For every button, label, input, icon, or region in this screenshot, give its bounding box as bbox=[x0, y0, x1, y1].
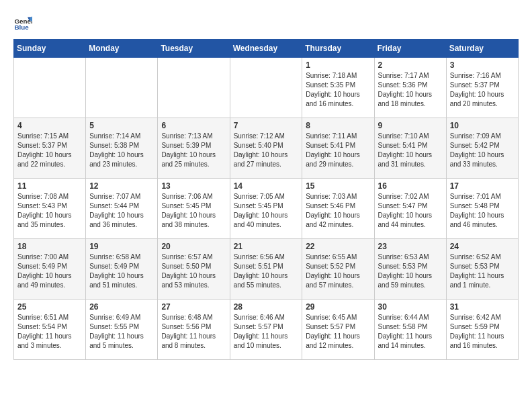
calendar-cell: 2Sunrise: 7:17 AM Sunset: 5:36 PM Daylig… bbox=[374, 58, 446, 118]
day-info: Sunrise: 6:52 AM Sunset: 5:53 PM Dayligh… bbox=[450, 253, 515, 290]
calendar-cell: 5Sunrise: 7:14 AM Sunset: 5:38 PM Daylig… bbox=[86, 118, 158, 179]
day-number: 9 bbox=[378, 121, 443, 130]
calendar-cell: 15Sunrise: 7:03 AM Sunset: 5:46 PM Dayli… bbox=[302, 179, 374, 239]
column-header-wednesday: Wednesday bbox=[230, 40, 302, 58]
day-number: 4 bbox=[17, 121, 82, 130]
day-number: 25 bbox=[17, 302, 82, 312]
day-info: Sunrise: 6:44 AM Sunset: 5:58 PM Dayligh… bbox=[378, 313, 443, 351]
day-info: Sunrise: 6:42 AM Sunset: 5:59 PM Dayligh… bbox=[450, 313, 515, 351]
calendar-cell bbox=[86, 58, 158, 118]
calendar-cell: 17Sunrise: 7:01 AM Sunset: 5:48 PM Dayli… bbox=[446, 179, 518, 239]
calendar-cell bbox=[230, 58, 302, 118]
calendar-cell: 13Sunrise: 7:06 AM Sunset: 5:45 PM Dayli… bbox=[158, 179, 230, 239]
day-number: 3 bbox=[450, 60, 515, 70]
day-number: 29 bbox=[306, 302, 370, 312]
day-number: 16 bbox=[378, 181, 443, 191]
column-header-friday: Friday bbox=[374, 40, 446, 58]
day-number: 20 bbox=[161, 242, 226, 251]
calendar-cell: 9Sunrise: 7:10 AM Sunset: 5:41 PM Daylig… bbox=[374, 118, 446, 179]
day-number: 30 bbox=[378, 302, 443, 312]
calendar-cell: 10Sunrise: 7:09 AM Sunset: 5:42 PM Dayli… bbox=[446, 118, 518, 179]
day-info: Sunrise: 7:07 AM Sunset: 5:44 PM Dayligh… bbox=[89, 192, 154, 230]
calendar-cell: 26Sunrise: 6:49 AM Sunset: 5:55 PM Dayli… bbox=[86, 300, 158, 360]
day-number: 13 bbox=[161, 181, 226, 191]
day-number: 17 bbox=[450, 181, 515, 191]
calendar-cell: 12Sunrise: 7:07 AM Sunset: 5:44 PM Dayli… bbox=[86, 179, 158, 239]
column-header-sunday: Sunday bbox=[14, 40, 86, 58]
day-info: Sunrise: 7:10 AM Sunset: 5:41 PM Dayligh… bbox=[378, 132, 443, 169]
day-number: 6 bbox=[161, 121, 226, 130]
calendar-cell: 30Sunrise: 6:44 AM Sunset: 5:58 PM Dayli… bbox=[374, 300, 446, 360]
day-info: Sunrise: 7:00 AM Sunset: 5:49 PM Dayligh… bbox=[17, 253, 82, 290]
calendar-cell: 4Sunrise: 7:15 AM Sunset: 5:37 PM Daylig… bbox=[14, 118, 86, 179]
day-info: Sunrise: 7:01 AM Sunset: 5:48 PM Dayligh… bbox=[450, 192, 515, 230]
calendar-week-row: 18Sunrise: 7:00 AM Sunset: 5:49 PM Dayli… bbox=[14, 239, 519, 300]
calendar-cell: 1Sunrise: 7:18 AM Sunset: 5:35 PM Daylig… bbox=[302, 58, 374, 118]
day-info: Sunrise: 6:58 AM Sunset: 5:49 PM Dayligh… bbox=[89, 253, 154, 290]
day-number: 1 bbox=[306, 60, 370, 70]
day-info: Sunrise: 6:51 AM Sunset: 5:54 PM Dayligh… bbox=[17, 313, 82, 351]
calendar-cell: 28Sunrise: 6:46 AM Sunset: 5:57 PM Dayli… bbox=[230, 300, 302, 360]
day-info: Sunrise: 7:03 AM Sunset: 5:46 PM Dayligh… bbox=[306, 192, 370, 230]
calendar-cell: 11Sunrise: 7:08 AM Sunset: 5:43 PM Dayli… bbox=[14, 179, 86, 239]
calendar-cell: 31Sunrise: 6:42 AM Sunset: 5:59 PM Dayli… bbox=[446, 300, 518, 360]
logo-icon: General Blue bbox=[13, 13, 32, 32]
column-header-tuesday: Tuesday bbox=[158, 40, 230, 58]
calendar-cell: 22Sunrise: 6:55 AM Sunset: 5:52 PM Dayli… bbox=[302, 239, 374, 300]
calendar-cell: 19Sunrise: 6:58 AM Sunset: 5:49 PM Dayli… bbox=[86, 239, 158, 300]
day-info: Sunrise: 7:09 AM Sunset: 5:42 PM Dayligh… bbox=[450, 132, 515, 169]
day-info: Sunrise: 6:55 AM Sunset: 5:52 PM Dayligh… bbox=[306, 253, 370, 290]
calendar-cell: 23Sunrise: 6:53 AM Sunset: 5:53 PM Dayli… bbox=[374, 239, 446, 300]
calendar-week-row: 4Sunrise: 7:15 AM Sunset: 5:37 PM Daylig… bbox=[14, 118, 519, 179]
day-info: Sunrise: 7:11 AM Sunset: 5:41 PM Dayligh… bbox=[306, 132, 370, 169]
day-number: 8 bbox=[306, 121, 370, 130]
calendar-table: SundayMondayTuesdayWednesdayThursdayFrid… bbox=[13, 39, 519, 360]
day-info: Sunrise: 7:02 AM Sunset: 5:47 PM Dayligh… bbox=[378, 192, 443, 230]
calendar-cell bbox=[158, 58, 230, 118]
calendar-week-row: 1Sunrise: 7:18 AM Sunset: 5:35 PM Daylig… bbox=[14, 58, 519, 118]
day-number: 22 bbox=[306, 242, 370, 251]
calendar-cell: 29Sunrise: 6:45 AM Sunset: 5:57 PM Dayli… bbox=[302, 300, 374, 360]
svg-text:Blue: Blue bbox=[14, 24, 29, 31]
calendar-week-row: 11Sunrise: 7:08 AM Sunset: 5:43 PM Dayli… bbox=[14, 179, 519, 239]
day-info: Sunrise: 6:45 AM Sunset: 5:57 PM Dayligh… bbox=[306, 313, 370, 351]
day-number: 14 bbox=[234, 181, 299, 191]
day-number: 24 bbox=[450, 242, 515, 251]
day-info: Sunrise: 7:05 AM Sunset: 5:45 PM Dayligh… bbox=[234, 192, 299, 230]
day-number: 7 bbox=[234, 121, 299, 130]
day-number: 12 bbox=[89, 181, 154, 191]
calendar-cell: 6Sunrise: 7:13 AM Sunset: 5:39 PM Daylig… bbox=[158, 118, 230, 179]
day-info: Sunrise: 7:14 AM Sunset: 5:38 PM Dayligh… bbox=[89, 132, 154, 169]
calendar-cell: 14Sunrise: 7:05 AM Sunset: 5:45 PM Dayli… bbox=[230, 179, 302, 239]
calendar-cell bbox=[14, 58, 86, 118]
calendar-cell: 16Sunrise: 7:02 AM Sunset: 5:47 PM Dayli… bbox=[374, 179, 446, 239]
day-number: 27 bbox=[161, 302, 226, 312]
day-info: Sunrise: 6:46 AM Sunset: 5:57 PM Dayligh… bbox=[234, 313, 299, 351]
calendar-cell: 24Sunrise: 6:52 AM Sunset: 5:53 PM Dayli… bbox=[446, 239, 518, 300]
day-info: Sunrise: 7:08 AM Sunset: 5:43 PM Dayligh… bbox=[17, 192, 82, 230]
day-number: 26 bbox=[89, 302, 154, 312]
day-info: Sunrise: 7:15 AM Sunset: 5:37 PM Dayligh… bbox=[17, 132, 82, 169]
day-number: 28 bbox=[234, 302, 299, 312]
column-header-thursday: Thursday bbox=[302, 40, 374, 58]
day-info: Sunrise: 7:16 AM Sunset: 5:37 PM Dayligh… bbox=[450, 71, 515, 109]
day-number: 5 bbox=[89, 121, 154, 130]
day-info: Sunrise: 7:12 AM Sunset: 5:40 PM Dayligh… bbox=[234, 132, 299, 169]
column-header-monday: Monday bbox=[86, 40, 158, 58]
day-number: 23 bbox=[378, 242, 443, 251]
day-info: Sunrise: 7:13 AM Sunset: 5:39 PM Dayligh… bbox=[161, 132, 226, 169]
calendar-cell: 18Sunrise: 7:00 AM Sunset: 5:49 PM Dayli… bbox=[14, 239, 86, 300]
calendar-week-row: 25Sunrise: 6:51 AM Sunset: 5:54 PM Dayli… bbox=[14, 300, 519, 360]
page-header: General Blue bbox=[13, 13, 519, 32]
calendar-cell: 21Sunrise: 6:56 AM Sunset: 5:51 PM Dayli… bbox=[230, 239, 302, 300]
calendar-header-row: SundayMondayTuesdayWednesdayThursdayFrid… bbox=[14, 40, 519, 58]
day-number: 21 bbox=[234, 242, 299, 251]
day-info: Sunrise: 6:48 AM Sunset: 5:56 PM Dayligh… bbox=[161, 313, 226, 351]
day-info: Sunrise: 7:06 AM Sunset: 5:45 PM Dayligh… bbox=[161, 192, 226, 230]
day-info: Sunrise: 6:53 AM Sunset: 5:53 PM Dayligh… bbox=[378, 253, 443, 290]
day-number: 19 bbox=[89, 242, 154, 251]
day-info: Sunrise: 6:49 AM Sunset: 5:55 PM Dayligh… bbox=[89, 313, 154, 351]
day-number: 15 bbox=[306, 181, 370, 191]
day-number: 18 bbox=[17, 242, 82, 251]
day-number: 31 bbox=[450, 302, 515, 312]
